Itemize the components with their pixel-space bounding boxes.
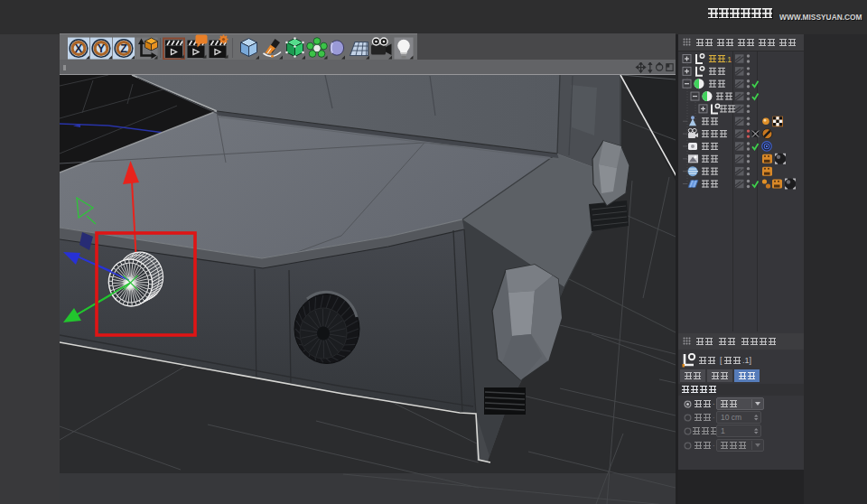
svg-text:.1: .1	[725, 55, 732, 64]
svg-text:X: X	[75, 42, 83, 55]
svg-text:Z: Z	[120, 42, 127, 55]
svg-text:Y: Y	[98, 42, 106, 55]
